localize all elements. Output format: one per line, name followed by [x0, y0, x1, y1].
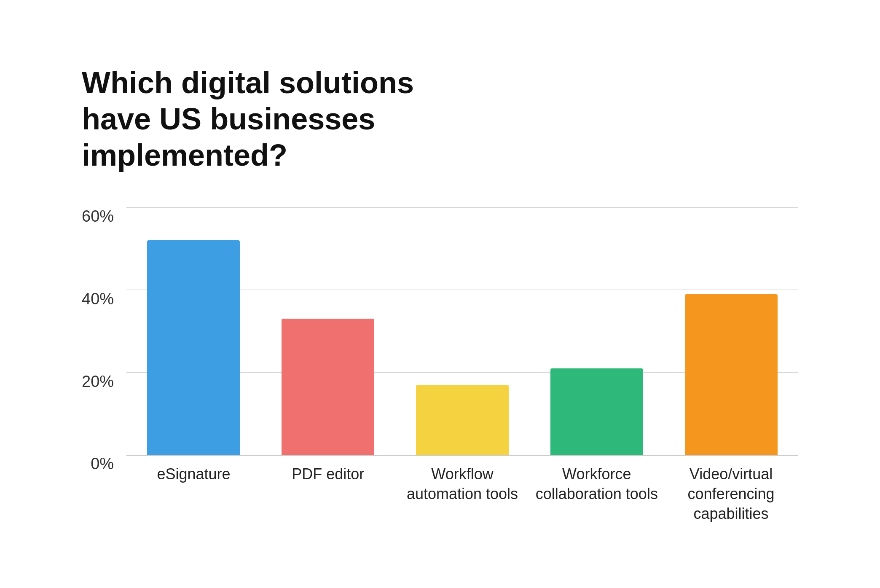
- chart-body: eSignaturePDF editorWorkflow automation …: [126, 207, 798, 524]
- x-label-1: PDF editor: [292, 464, 364, 484]
- bar-0: [147, 240, 240, 455]
- bar-group: [395, 207, 530, 455]
- y-axis-label: 60%: [82, 207, 114, 226]
- bar-4: [685, 294, 778, 455]
- chart-container: Which digital solutions have US business…: [40, 31, 840, 558]
- x-label-2: Workflow automation tools: [400, 464, 526, 504]
- x-label-0: eSignature: [157, 464, 230, 484]
- bar-2: [416, 385, 509, 455]
- chart-area: 60%40%20%0% eSignaturePDF editorWorkflow…: [82, 207, 798, 524]
- x-label-group-1: PDF editor: [261, 464, 395, 524]
- bar-group: [126, 207, 261, 455]
- bar-group: [261, 207, 395, 455]
- x-label-group-4: Video/virtual conferencing capabilities: [664, 464, 798, 524]
- y-axis-label: 0%: [91, 455, 114, 473]
- y-axis-label: 40%: [82, 290, 114, 308]
- bar-group: [529, 207, 664, 455]
- baseline: [126, 455, 798, 456]
- bar-group: [664, 207, 798, 455]
- y-axis-label: 20%: [82, 373, 114, 391]
- x-label-4: Video/virtual conferencing capabilities: [668, 464, 794, 524]
- bars-and-grid: [126, 207, 798, 455]
- bar-1: [282, 319, 374, 455]
- x-label-group-2: Workflow automation tools: [395, 464, 530, 524]
- chart-title: Which digital solutions have US business…: [82, 64, 461, 174]
- y-axis: 60%40%20%0%: [82, 207, 126, 524]
- x-axis-labels: eSignaturePDF editorWorkflow automation …: [126, 464, 798, 524]
- x-label-group-0: eSignature: [126, 464, 261, 524]
- bars-row: [126, 207, 798, 455]
- x-label-3: Workforce collaboration tools: [534, 464, 660, 504]
- x-label-group-3: Workforce collaboration tools: [529, 464, 664, 524]
- bar-3: [550, 368, 643, 455]
